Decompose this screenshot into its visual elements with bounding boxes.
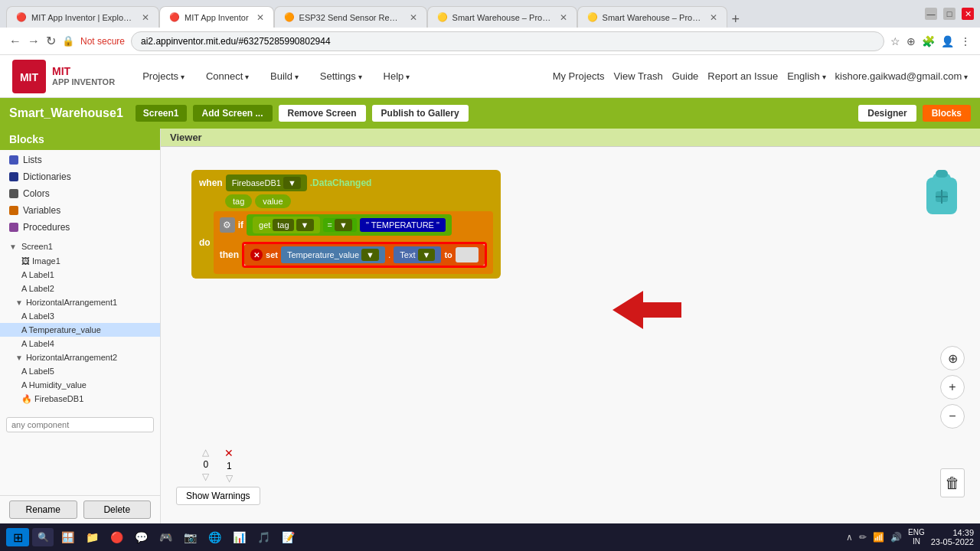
view-trash-link[interactable]: View Trash	[614, 70, 663, 82]
guide-link[interactable]: Guide	[672, 70, 699, 82]
taskbar-icon-3[interactable]: 💬	[130, 528, 152, 546]
forward-button[interactable]: →	[28, 34, 40, 48]
maximize-button[interactable]: □	[943, 8, 956, 20]
tab2-close[interactable]: ✕	[256, 12, 264, 23]
language-selector[interactable]: English	[787, 70, 825, 82]
gear-icon[interactable]: ⚙	[220, 217, 235, 233]
screen-selector[interactable]: Screen1	[136, 105, 187, 122]
publish-to-gallery-button[interactable]: Publish to Gallery	[372, 105, 469, 122]
taskbar-icon-6[interactable]: 📊	[228, 528, 250, 546]
tree-firebasedb1[interactable]: 🔥 FirebaseDB1	[0, 392, 160, 406]
address-input[interactable]	[131, 31, 884, 51]
taskbar-icon-chrome[interactable]: 🔴	[106, 528, 127, 546]
text-prop-block[interactable]: Text ▼	[394, 246, 441, 263]
start-button[interactable]: ⊞	[6, 528, 29, 546]
tab4-close[interactable]: ✕	[560, 12, 567, 23]
taskbar-icon-5[interactable]: 📷	[179, 528, 201, 546]
sidebar-item-procedures[interactable]: Procedures	[0, 219, 160, 236]
nav-settings[interactable]: Settings	[311, 66, 371, 86]
refresh-button[interactable]: ↻	[46, 34, 56, 48]
browser-tab-5[interactable]: 🟡 Smart Warehouse – Project setti... ✕	[577, 6, 727, 28]
browser-tab-4[interactable]: 🟡 Smart Warehouse – Project setti... ✕	[427, 6, 577, 28]
equals-block[interactable]: = ▼	[323, 218, 357, 232]
add-screen-button[interactable]: Add Screen ...	[193, 105, 273, 122]
tab5-close[interactable]: ✕	[710, 12, 717, 23]
blocks-button[interactable]: Blocks	[923, 105, 971, 122]
component-search-input[interactable]	[6, 417, 154, 432]
sidebar-item-lists[interactable]: Lists	[0, 152, 160, 168]
taskbar-chevron[interactable]: ∧	[846, 532, 853, 543]
report-issue-link[interactable]: Report an Issue	[707, 70, 778, 82]
puzzle-icon[interactable]: 🧩	[922, 35, 935, 47]
tab1-close[interactable]: ✕	[142, 12, 149, 23]
tree-humidity-value[interactable]: A Humidity_value	[0, 378, 160, 392]
back-button[interactable]: ←	[9, 34, 21, 48]
component-dropdown[interactable]: ▼	[361, 249, 379, 261]
browser-tab-3[interactable]: 🟠 ESP32 Send Sensor Readings to ... ✕	[274, 6, 427, 28]
component-block[interactable]: Temperature_value ▼	[281, 246, 385, 263]
taskbar-search[interactable]: 🔍	[32, 528, 54, 546]
tree-label1[interactable]: A Label1	[0, 268, 160, 282]
rename-button[interactable]: Rename	[9, 500, 77, 519]
when-block[interactable]: when FirebaseDB1 ▼ .DataChanged tag valu…	[191, 170, 501, 279]
menu-icon[interactable]: ⋮	[960, 35, 971, 47]
firebase-dropdown[interactable]: ▼	[283, 177, 301, 189]
taskbar-icon-edge[interactable]: 🌐	[204, 528, 225, 546]
browser-tab-1[interactable]: 🔴 MIT App Inventor | Explore MIT ... ✕	[6, 6, 159, 28]
zoom-in-button[interactable]: +	[940, 375, 965, 399]
tree-ha1[interactable]: ▼ HorizontalArrangement1	[0, 295, 160, 309]
tab3-close[interactable]: ✕	[410, 12, 417, 23]
tree-label5[interactable]: A Label5	[0, 364, 160, 378]
sidebar-item-variables[interactable]: Variables	[0, 202, 160, 219]
set-block[interactable]: ✕ set Temperature_value ▼ . Tex	[244, 244, 485, 266]
zoom-out-button[interactable]: −	[940, 404, 965, 429]
my-projects-link[interactable]: My Projects	[553, 70, 605, 82]
x-icon[interactable]: ✕	[250, 249, 263, 261]
trash-button[interactable]: 🗑	[940, 468, 965, 497]
star-icon[interactable]: ☆	[890, 35, 900, 47]
get-block[interactable]: get tag ▼	[253, 217, 319, 233]
nav-help[interactable]: Help	[374, 66, 420, 86]
sidebar-screen1[interactable]: ▼ Screen1	[0, 239, 160, 254]
new-tab-button[interactable]: +	[727, 11, 745, 28]
designer-button[interactable]: Designer	[858, 105, 916, 122]
firebase-block[interactable]: FirebaseDB1 ▼	[226, 174, 307, 191]
taskbar-icon-8[interactable]: 📝	[277, 528, 299, 546]
zoom-icon[interactable]: ⊕	[906, 35, 916, 47]
taskbar-wifi-icon[interactable]: 📶	[873, 532, 884, 543]
nav-connect[interactable]: Connect	[197, 66, 258, 86]
nav-projects[interactable]: Projects	[133, 66, 194, 86]
taskbar-icon-4[interactable]: 🎮	[155, 528, 176, 546]
taskbar-icon-1[interactable]: 🪟	[57, 528, 78, 546]
sidebar-item-colors[interactable]: Colors	[0, 185, 160, 202]
user-menu[interactable]: kishore.gaikwad@gmail.com	[835, 70, 968, 82]
if-block[interactable]: ⚙ if get tag ▼	[214, 211, 493, 274]
taskbar-icon-7[interactable]: 🎵	[253, 528, 274, 546]
taskbar-pen-icon[interactable]: ✏	[859, 532, 867, 543]
tree-image1[interactable]: 🖼 Image1	[0, 254, 160, 268]
minimize-button[interactable]: —	[925, 8, 937, 20]
show-warnings-button[interactable]: Show Warnings	[176, 487, 260, 505]
equals-dropdown[interactable]: ▼	[335, 219, 352, 231]
tree-ha2[interactable]: ▼ HorizontalArrangement2	[0, 350, 160, 364]
target-button[interactable]: ⊕	[940, 346, 965, 370]
tree-label4[interactable]: A Label4	[0, 337, 160, 350]
get-dropdown[interactable]: ▼	[296, 219, 314, 231]
sidebar-item-dictionaries[interactable]: Dictionaries	[0, 168, 160, 185]
taskbar-icon-2[interactable]: 📁	[81, 528, 103, 546]
backpack-icon[interactable]	[919, 170, 965, 226]
tree-label3[interactable]: A Label3	[0, 309, 160, 323]
viewer-canvas[interactable]: when FirebaseDB1 ▼ .DataChanged tag valu…	[161, 147, 980, 520]
taskbar-volume-icon[interactable]: 🔊	[890, 532, 902, 543]
get-tag-value[interactable]: tag	[273, 219, 293, 231]
tree-temperature-value[interactable]: A Temperature_value	[0, 323, 160, 337]
tree-label2[interactable]: A Label2	[0, 282, 160, 295]
delete-button[interactable]: Delete	[83, 500, 152, 519]
text-dropdown[interactable]: ▼	[418, 249, 436, 261]
nav-build[interactable]: Build	[261, 66, 308, 86]
profile-icon[interactable]: 👤	[941, 35, 954, 47]
remove-screen-button[interactable]: Remove Screen	[279, 105, 366, 122]
compare-block[interactable]: get tag ▼ = ▼ "	[247, 214, 452, 236]
close-button[interactable]: ✕	[962, 8, 974, 20]
browser-tab-2[interactable]: 🔴 MIT App Inventor ✕	[159, 6, 274, 28]
